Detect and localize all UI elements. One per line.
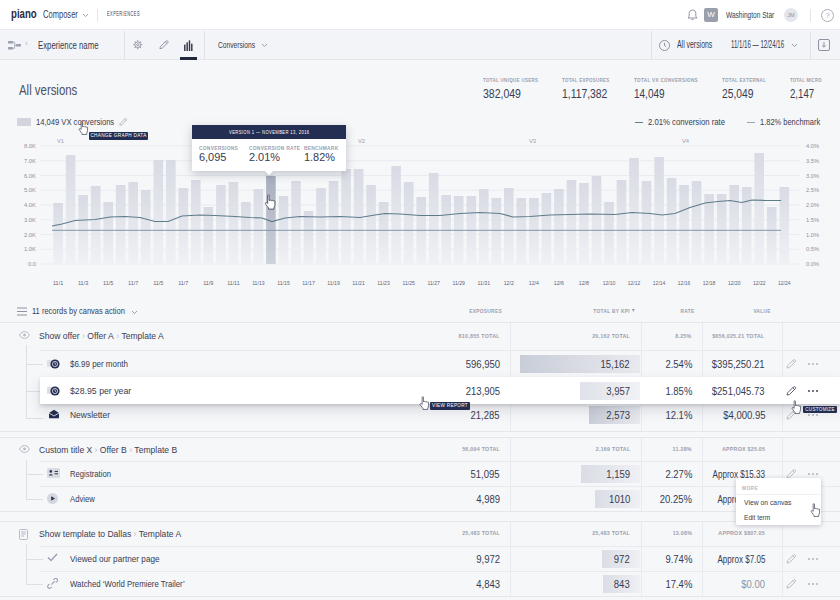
svg-text:11/31: 11/31	[478, 280, 491, 286]
svg-text:2.0K: 2.0K	[24, 231, 37, 238]
svg-text:12/22: 12/22	[753, 280, 766, 286]
svg-text:4.0%: 4.0%	[806, 142, 819, 149]
svg-text:12/10: 12/10	[603, 280, 616, 286]
svg-text:0.0: 0.0	[28, 260, 37, 267]
svg-text:11/1: 11/1	[53, 280, 63, 286]
svg-text:12/12: 12/12	[628, 280, 641, 286]
svg-text:11/29: 11/29	[452, 280, 465, 286]
svg-text:11/7: 11/7	[128, 280, 138, 286]
svg-text:8.0K: 8.0K	[24, 142, 37, 149]
svg-text:12/6: 12/6	[554, 280, 564, 286]
svg-text:12/16: 12/16	[678, 280, 691, 286]
svg-text:11/11: 11/11	[227, 280, 240, 286]
svg-text:V2: V2	[358, 138, 365, 144]
svg-text:12/14: 12/14	[653, 280, 666, 286]
svg-text:7.0K: 7.0K	[24, 157, 37, 164]
svg-text:?: ?	[825, 11, 830, 20]
svg-text:2.5%: 2.5%	[806, 186, 819, 193]
svg-text:11/9: 11/9	[203, 280, 213, 286]
svg-text:12/4: 12/4	[529, 280, 540, 286]
svg-text:12/18: 12/18	[703, 280, 716, 286]
svg-text:V3: V3	[529, 138, 536, 144]
svg-text:11/17: 11/17	[302, 280, 315, 286]
svg-text:11/23: 11/23	[377, 280, 390, 286]
svg-text:11/27: 11/27	[427, 280, 440, 286]
svg-text:5.0K: 5.0K	[24, 186, 37, 193]
svg-text:0.5%: 0.5%	[806, 245, 819, 252]
svg-text:11/21: 11/21	[352, 280, 365, 286]
svg-text:4.0K: 4.0K	[24, 201, 37, 208]
svg-text:1.0%: 1.0%	[806, 231, 819, 238]
svg-text:3.0%: 3.0%	[806, 172, 819, 179]
svg-text:12/20: 12/20	[728, 280, 741, 286]
svg-text:3.5%: 3.5%	[806, 157, 819, 164]
svg-text:V1: V1	[57, 138, 64, 144]
svg-text:11/5: 11/5	[103, 280, 113, 286]
svg-text:11/19: 11/19	[327, 280, 340, 286]
svg-text:1.5%: 1.5%	[806, 216, 819, 223]
svg-text:11/3: 11/3	[78, 280, 88, 286]
svg-text:11/15: 11/15	[277, 280, 290, 286]
svg-text:2.0%: 2.0%	[806, 201, 819, 208]
svg-text:11/25: 11/25	[402, 280, 415, 286]
svg-text:11/13: 11/13	[252, 280, 265, 286]
svg-text:1.0K: 1.0K	[24, 245, 37, 252]
svg-text:0.0%: 0.0%	[806, 260, 819, 267]
svg-text:12/8: 12/8	[579, 280, 589, 286]
svg-text:6.0K: 6.0K	[24, 172, 37, 179]
svg-text:11/7: 11/7	[178, 280, 188, 286]
svg-text:12/2: 12/2	[504, 280, 514, 286]
svg-text:11/5: 11/5	[153, 280, 163, 286]
svg-text:3.0K: 3.0K	[24, 216, 37, 223]
svg-text:V4: V4	[682, 138, 690, 144]
svg-text:12/24: 12/24	[778, 280, 791, 286]
